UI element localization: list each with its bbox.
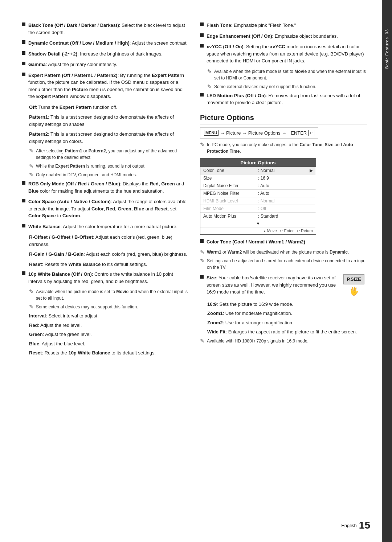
enter-label: ENTER bbox=[291, 130, 307, 136]
note-settings-stored: ✎ Settings can be adjusted and stored fo… bbox=[200, 258, 367, 271]
table-cell-amp-label: Auto Motion Plus bbox=[203, 214, 258, 219]
table-row: Auto Motion Plus : Standard bbox=[200, 213, 316, 220]
note-text: After selecting Pattern1 or Pattern2, yo… bbox=[36, 148, 189, 161]
blue-item: Blue: Adjust the blue level. bbox=[29, 340, 189, 348]
size-zoom1: Zoom1: Use for moderate magnification. bbox=[207, 310, 367, 317]
psize-label: P.SIZE bbox=[343, 274, 364, 284]
page-number: 15 bbox=[359, 520, 370, 531]
menu-path-text: → Picture → Picture Options → bbox=[220, 130, 286, 136]
note-text: Available when the picture mode is set t… bbox=[36, 288, 189, 301]
wb-r-offset: R-Offset / G-Offset / B-Offset: Adjust e… bbox=[29, 234, 189, 248]
bullet-color-tone: Color Tone (Cool / Normal / Warm1 / Warm… bbox=[200, 238, 367, 246]
size-16-9: 16:9: Sets the picture to 16:9 wide mode… bbox=[207, 301, 367, 308]
table-row: MPEG Noise Filter : Auto bbox=[200, 190, 316, 197]
table-cell-film-value: : Off bbox=[258, 206, 313, 211]
bullet-text: Edge Enhancement (Off / On): Emphasize o… bbox=[207, 33, 367, 40]
green-item: Green: Adjust the green level. bbox=[29, 331, 189, 338]
bullet-edge-enhancement: Edge Enhancement (Off / On): Emphasize o… bbox=[200, 33, 367, 40]
note-text: Some external devices may not support th… bbox=[214, 83, 316, 90]
table-row: Color Tone : Normal ▶ bbox=[200, 167, 316, 174]
bullet-text: Color Space (Auto / Native / Custom): Ad… bbox=[28, 198, 189, 219]
note-hd-signal: ✎ Available with HD 1080i / 720p signals… bbox=[200, 338, 367, 344]
wb-reset: Reset: Resets the White Balance to it's … bbox=[29, 261, 189, 268]
note-text: Warm1 or Warm2 will be deactivated when … bbox=[207, 249, 349, 255]
footer: English 15 bbox=[341, 520, 370, 531]
arrow-icon: ▶ bbox=[310, 168, 313, 173]
note-text: In PC mode, you can only make changes to… bbox=[207, 141, 367, 155]
bullet-text: xvYCC (Off / On): Setting the xvYCC mode… bbox=[207, 43, 367, 65]
bullet-text: Dynamic Contrast (Off / Low / Medium / H… bbox=[28, 40, 189, 47]
bullet-icon bbox=[200, 275, 204, 279]
bullet-text: RGB Only Mode (Off / Red / Green / Blue)… bbox=[28, 180, 189, 194]
note-xvycc-external: ✎ Some external devices may not support … bbox=[207, 83, 367, 90]
table-cell-size-label: Size bbox=[203, 176, 258, 181]
table-cell-amp-value: : Standard bbox=[258, 214, 313, 219]
enter-icon: ↵ bbox=[308, 130, 314, 136]
bullet-icon bbox=[22, 181, 25, 185]
reset-10p-item: Reset: Resets the 10p White Balance to i… bbox=[29, 349, 189, 357]
table-row-scroll: ▼ bbox=[200, 220, 316, 227]
note-pencil-icon: ✎ bbox=[29, 172, 34, 178]
note-pencil-icon: ✎ bbox=[29, 163, 34, 169]
table-cell-size-value: : 16:9 bbox=[258, 176, 313, 181]
bullet-rgb-only: RGB Only Mode (Off / Red / Green / Blue)… bbox=[22, 180, 189, 194]
bullet-dynamic-contrast: Dynamic Contrast (Off / Low / Medium / H… bbox=[22, 40, 189, 47]
bullet-icon bbox=[22, 62, 25, 65]
note-pencil-icon: ✎ bbox=[200, 338, 205, 344]
note-enabled: ✎ Only enabled in DTV, Component and HDM… bbox=[29, 172, 189, 178]
note-10p-external: ✎ Some external devices may not support … bbox=[29, 304, 189, 310]
menu-path: MENU → Picture → Picture Options → ENTER… bbox=[200, 127, 318, 139]
bullet-text: Color Tone (Cool / Normal / Warm1 / Warm… bbox=[207, 238, 367, 246]
bullet-shadow-detail: Shadow Detail (-2~+2): Increase the brig… bbox=[22, 50, 189, 58]
bullet-led-motion: LED Motion Plus (Off / On): Removes drag… bbox=[200, 92, 367, 106]
note-pencil-icon: ✎ bbox=[29, 288, 34, 295]
bullet-gamma: Gamma: Adjust the primary color intensit… bbox=[22, 61, 189, 68]
table-cell-mnf-label: MPEG Noise Filter bbox=[203, 191, 258, 196]
table-row: HDMI Black Level : Normal bbox=[200, 197, 316, 205]
table-row: Film Mode : Off bbox=[200, 205, 316, 213]
expert-pattern-pattern1: Pattern1: This is a test screen designed… bbox=[29, 114, 189, 128]
bullet-color-space: Color Space (Auto / Native / Custom): Ad… bbox=[22, 198, 189, 219]
bullet-expert-pattern: Expert Pattern (Off / Pattern1 / Pattern… bbox=[22, 72, 189, 100]
table-row: Size : 16:9 bbox=[200, 174, 316, 182]
picture-options-title: Picture Options bbox=[200, 114, 367, 124]
side-tab: 03 Basic Features bbox=[382, 0, 392, 542]
note-pencil-icon: ✎ bbox=[29, 148, 34, 154]
bullet-black-tone: Black Tone (Off / Dark / Darker / Darkes… bbox=[22, 22, 189, 36]
right-column: Flesh Tone: Emphasize pink "Flesh Tone."… bbox=[200, 22, 367, 520]
table-cell-hdmi-label: HDMI Black Level bbox=[203, 198, 258, 204]
interval-item: Interval: Select interval to adjust. bbox=[29, 312, 189, 320]
bullet-icon bbox=[22, 51, 25, 55]
bullet-text: Gamma: Adjust the primary color intensit… bbox=[28, 61, 189, 68]
table-cell-color-tone-value: : Normal ▶ bbox=[258, 168, 313, 173]
bullet-white-balance: White Balance: Adjust the color temperat… bbox=[22, 223, 189, 230]
chapter-number: 03 bbox=[385, 29, 389, 34]
table-cell-mnf-value: : Auto bbox=[258, 191, 313, 196]
footer-move: ⬧ Move bbox=[264, 229, 277, 233]
table-cell-dnf-label: Digital Noise Filter bbox=[203, 183, 258, 188]
bullet-icon bbox=[22, 224, 25, 227]
language-label: English bbox=[341, 523, 357, 528]
note-text: Only enabled in DTV, Component and HDMI … bbox=[36, 172, 137, 178]
size-wide-fit: Wide Fit: Enlarges the aspect ratio of t… bbox=[207, 328, 367, 336]
note-sound: ✎ While the Expert Pattern is running, s… bbox=[29, 163, 189, 169]
table-cell-film-label: Film Mode bbox=[203, 206, 258, 211]
psize-button: P.SIZE 🖐 bbox=[343, 274, 364, 297]
bullet-text: Shadow Detail (-2~+2): Increase the brig… bbox=[28, 50, 189, 58]
note-pc-mode: ✎ In PC mode, you can only make changes … bbox=[200, 141, 367, 155]
bullet-text: White Balance: Adjust the color temperat… bbox=[28, 223, 189, 230]
note-10p-movie: ✎ Available when the picture mode is set… bbox=[29, 288, 189, 301]
footer-return: ↩ Return bbox=[297, 229, 313, 233]
bullet-icon bbox=[22, 40, 25, 44]
chapter-title: Basic Features bbox=[385, 37, 389, 69]
bullet-text: 10p White Balance (Off / On): Controls t… bbox=[28, 271, 189, 285]
note-pencil-icon: ✎ bbox=[29, 304, 34, 310]
table-header: Picture Options bbox=[200, 159, 316, 167]
note-text: Available with HD 1080i / 720p signals i… bbox=[207, 338, 309, 344]
red-item: Red: Adjust the red level. bbox=[29, 322, 189, 329]
bullet-flesh-tone: Flesh Tone: Emphasize pink "Flesh Tone." bbox=[200, 22, 367, 29]
bullet-text: Black Tone (Off / Dark / Darker / Darkes… bbox=[28, 22, 189, 36]
note-text: Settings can be adjusted and stored for … bbox=[207, 258, 367, 271]
picture-options-table: Picture Options Color Tone : Normal ▶ Si… bbox=[200, 158, 316, 235]
bullet-icon bbox=[200, 22, 204, 26]
